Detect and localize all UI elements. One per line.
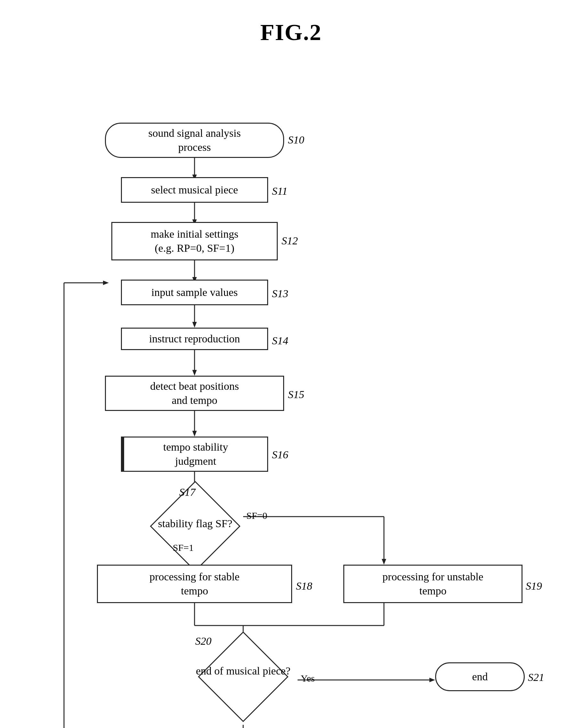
s17-id: S17 bbox=[179, 486, 195, 498]
s11-id: S11 bbox=[272, 185, 287, 197]
s17-label: stability flag SF? bbox=[147, 517, 243, 531]
svg-marker-11 bbox=[192, 431, 197, 437]
s13-shape: input sample values bbox=[121, 280, 268, 305]
s10-id: S10 bbox=[288, 134, 304, 146]
svg-marker-18 bbox=[382, 559, 386, 565]
s12-label: make initial settings (e.g. RP=0, SF=1) bbox=[151, 227, 239, 255]
s21-label: end bbox=[472, 670, 488, 684]
s14-shape: instruct reproduction bbox=[121, 328, 268, 350]
sf1-label: SF=1 bbox=[173, 542, 194, 553]
s19-id: S19 bbox=[526, 580, 542, 592]
s21-id: S21 bbox=[528, 671, 544, 683]
s19-shape: processing for unstable tempo bbox=[343, 565, 523, 603]
s11-label: select musical piece bbox=[151, 183, 238, 197]
s13-label: input sample values bbox=[151, 285, 238, 300]
s20-id: S20 bbox=[195, 635, 212, 647]
svg-marker-30 bbox=[103, 281, 109, 285]
s18-shape: processing for stable tempo bbox=[97, 565, 292, 603]
s12-id: S12 bbox=[282, 235, 298, 247]
s10-label: sound signal analysis process bbox=[148, 126, 241, 154]
s18-label: processing for stable tempo bbox=[149, 570, 239, 598]
s14-id: S14 bbox=[272, 335, 288, 347]
sf0-label: SF=0 bbox=[246, 510, 267, 521]
page-title: FIG.2 bbox=[0, 0, 582, 72]
svg-marker-25 bbox=[429, 678, 435, 682]
s20-label: end of musical piece? bbox=[192, 664, 294, 678]
s13-id: S13 bbox=[272, 288, 288, 300]
s12-shape: make initial settings (e.g. RP=0, SF=1) bbox=[111, 222, 278, 260]
s16-shape: tempo stability judgment bbox=[121, 437, 268, 472]
s16-id: S16 bbox=[272, 449, 288, 461]
s20-diamond-wrapper: end of musical piece? bbox=[211, 645, 275, 709]
s11-shape: select musical piece bbox=[121, 177, 268, 203]
s18-id: S18 bbox=[296, 580, 312, 592]
s19-label: processing for unstable tempo bbox=[382, 570, 483, 598]
svg-marker-9 bbox=[192, 370, 197, 376]
s15-shape: detect beat positions and tempo bbox=[105, 376, 284, 411]
flowchart: sound signal analysis process S10 select… bbox=[0, 72, 582, 728]
s14-label: instruct reproduction bbox=[149, 332, 240, 346]
s10-shape: sound signal analysis process bbox=[105, 123, 284, 158]
s21-shape: end bbox=[435, 662, 525, 691]
s15-label: detect beat positions and tempo bbox=[150, 379, 239, 408]
s16-label: tempo stability judgment bbox=[163, 440, 228, 468]
yes-label: Yes bbox=[301, 673, 315, 684]
svg-marker-7 bbox=[192, 322, 197, 328]
s15-id: S15 bbox=[288, 389, 304, 401]
